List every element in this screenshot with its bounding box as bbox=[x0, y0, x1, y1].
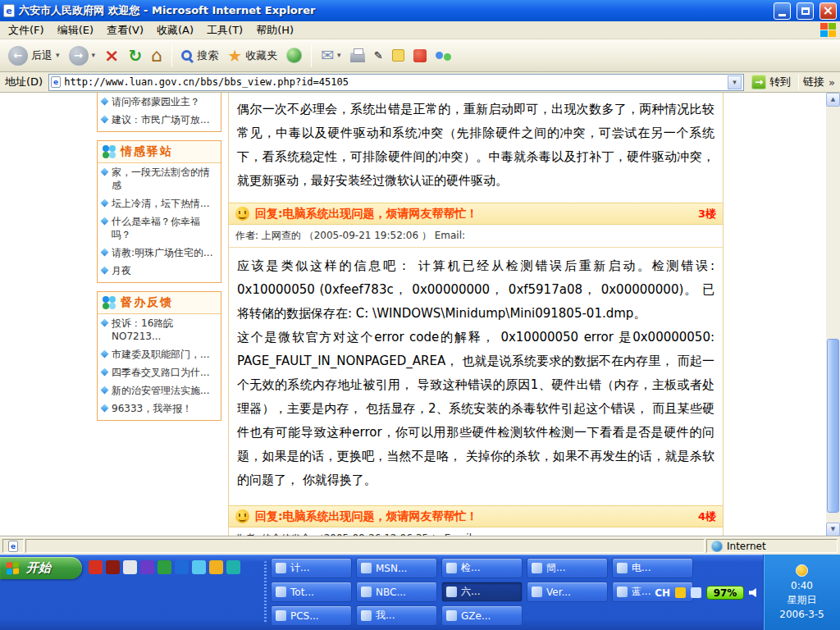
close-icon bbox=[823, 4, 833, 17]
task-button[interactable]: PCS... bbox=[271, 605, 352, 626]
sidebar-link[interactable]: 坛上冷清，坛下热情... bbox=[98, 194, 221, 212]
quick-launch-icon[interactable] bbox=[140, 560, 154, 574]
home-button[interactable] bbox=[148, 44, 166, 67]
quick-launch-icon[interactable] bbox=[123, 560, 137, 574]
quick-launch-icon[interactable] bbox=[106, 560, 120, 574]
quick-launch-icon[interactable] bbox=[209, 560, 223, 574]
maximize-button[interactable] bbox=[797, 2, 814, 20]
stop-button[interactable] bbox=[101, 44, 122, 67]
task-button[interactable]: Ver... bbox=[527, 582, 608, 602]
favorites-button[interactable]: 收藏夹 bbox=[224, 45, 281, 66]
messenger-people-icon bbox=[436, 49, 451, 62]
sidebar-link[interactable]: 家，一段无法割舍的情感 bbox=[98, 163, 221, 194]
messenger-button[interactable] bbox=[432, 47, 454, 64]
go-button[interactable]: 转到 bbox=[748, 74, 794, 90]
links-label[interactable]: 链接 bbox=[803, 75, 824, 89]
quick-launch-icon[interactable] bbox=[89, 560, 103, 574]
quick-launch-icon[interactable] bbox=[226, 560, 240, 574]
sidebar-link[interactable]: 市建委及职能部门，... bbox=[98, 345, 221, 363]
menu-favorites[interactable]: 收藏(A) bbox=[150, 21, 200, 39]
discuss-button[interactable] bbox=[389, 47, 408, 64]
address-input[interactable]: http://www.luan.gov.cn/bbs/bbs_view.php?… bbox=[48, 74, 744, 91]
tray-icon[interactable] bbox=[691, 587, 701, 598]
sidebar-link[interactable]: 请教:明珠广场住宅的... bbox=[98, 244, 221, 262]
volume-icon[interactable] bbox=[749, 588, 760, 598]
sidebar-link[interactable]: 什么是幸福？你幸福吗？ bbox=[98, 212, 221, 244]
forward-dropdown-icon[interactable] bbox=[92, 52, 96, 59]
toolbar-separator bbox=[171, 44, 172, 67]
reply-paragraph: 应该是类似这样的信息吧： 计算机已经从检测错误后重新启动。检测错误: 0x100… bbox=[237, 254, 714, 326]
search-button[interactable]: 搜索 bbox=[178, 46, 221, 66]
quick-launch-icon[interactable] bbox=[192, 560, 206, 574]
sidebar-link-label: 月夜 bbox=[112, 264, 131, 277]
print-button[interactable] bbox=[347, 46, 368, 65]
task-button[interactable]: GZe... bbox=[441, 605, 523, 626]
windows-logo-icon bbox=[820, 23, 837, 38]
task-icon bbox=[617, 587, 628, 597]
sidebar-link[interactable]: 请问帝都蒙园业主？ bbox=[98, 93, 221, 111]
task-button[interactable]: 检... bbox=[441, 558, 523, 578]
close-button[interactable] bbox=[819, 2, 837, 20]
address-url[interactable]: http://www.luan.gov.cn/bbs/bbs_view.php?… bbox=[64, 76, 724, 88]
clock-weekday: 星期日 bbox=[788, 593, 817, 607]
back-dropdown-icon[interactable] bbox=[56, 52, 60, 59]
favorites-icon bbox=[227, 48, 242, 64]
reply-paragraph: 这个是微软官方对这个error code的解释， 0x10000050 erro… bbox=[237, 326, 714, 492]
task-icon bbox=[532, 587, 542, 597]
menu-edit[interactable]: 编辑(E) bbox=[51, 21, 100, 39]
go-label: 转到 bbox=[769, 75, 791, 89]
messenger-qq-button[interactable] bbox=[410, 47, 430, 65]
sidebar-link[interactable]: 投诉：16路皖NO7213... bbox=[98, 314, 221, 345]
scroll-up-button[interactable] bbox=[826, 93, 840, 107]
minimize-button[interactable] bbox=[774, 2, 791, 20]
sidebar-link-label: 建议：市民广场可放... bbox=[112, 113, 209, 126]
task-button[interactable]: 计... bbox=[271, 558, 352, 578]
scrollbar-thumb[interactable] bbox=[827, 339, 839, 513]
sidebar-link[interactable]: 月夜 bbox=[98, 262, 221, 280]
sidebar-box-feedback: 督办反馈 投诉：16路皖NO7213... 市建委及职能部门，... 四季春交叉… bbox=[97, 291, 221, 421]
links-chevron-icon[interactable]: » bbox=[829, 76, 837, 89]
edit-button[interactable] bbox=[371, 48, 386, 63]
quick-launch-icon[interactable] bbox=[175, 560, 189, 574]
task-button[interactable]: NBC... bbox=[356, 582, 437, 602]
task-button[interactable]: Tot... bbox=[271, 582, 352, 602]
start-button[interactable]: 开始 bbox=[0, 557, 82, 579]
vertical-scrollbar[interactable] bbox=[826, 93, 840, 536]
reply-author-line: 作者: 上网查的 （2005-09-21 19:52:06 ） Email: bbox=[229, 225, 723, 248]
tray-icon[interactable] bbox=[675, 587, 686, 598]
history-button[interactable] bbox=[283, 45, 305, 66]
menu-bar: 文件(F) 编辑(E) 查看(V) 收藏(A) 工具(T) 帮助(H) bbox=[0, 21, 840, 39]
browser-viewport: 请问帝都蒙园业主？ 建议：市民广场可放... 情感驿站 家，一段无法割舍的情感 … bbox=[0, 93, 840, 536]
language-indicator[interactable]: CH bbox=[655, 587, 670, 599]
bullet-icon bbox=[101, 217, 109, 226]
task-button[interactable]: 簡... bbox=[527, 558, 608, 578]
battery-indicator[interactable]: 97% bbox=[706, 586, 744, 600]
sidebar-link[interactable]: 建议：市民广场可放... bbox=[98, 111, 221, 129]
menu-view[interactable]: 查看(V) bbox=[100, 21, 150, 39]
bullet-icon bbox=[101, 368, 109, 377]
document-icon bbox=[8, 541, 18, 552]
menu-file[interactable]: 文件(F) bbox=[2, 21, 51, 39]
refresh-button[interactable] bbox=[126, 45, 146, 66]
task-label: 六... bbox=[461, 585, 480, 599]
task-button-active[interactable]: 六... bbox=[441, 582, 523, 602]
menu-tools[interactable]: 工具(T) bbox=[200, 21, 249, 39]
sidebar-link[interactable]: 四季春交叉路口为什... bbox=[98, 363, 221, 381]
clock-panel[interactable]: 0:40 星期日 2006-3-5 bbox=[763, 555, 840, 630]
mail-button[interactable] bbox=[317, 45, 344, 66]
sidebar-link[interactable]: 新的治安管理法实施... bbox=[98, 381, 221, 399]
taskbar-grip[interactable] bbox=[264, 561, 267, 623]
menu-help[interactable]: 帮助(H) bbox=[249, 21, 300, 39]
task-button[interactable]: 我... bbox=[356, 605, 437, 626]
maximize-icon bbox=[801, 7, 810, 15]
scroll-down-button[interactable] bbox=[826, 523, 840, 536]
forward-button[interactable] bbox=[66, 43, 99, 68]
quick-launch-icon[interactable] bbox=[158, 560, 171, 574]
task-icon bbox=[361, 563, 372, 573]
back-button[interactable]: 后退 bbox=[5, 43, 63, 68]
address-dropdown-button[interactable] bbox=[728, 75, 742, 89]
task-button[interactable]: 电... bbox=[612, 558, 693, 578]
sidebar-link[interactable]: 96333，我举报！ bbox=[98, 399, 221, 418]
mail-dropdown-icon[interactable] bbox=[337, 52, 341, 59]
task-button[interactable]: MSN... bbox=[356, 558, 437, 578]
